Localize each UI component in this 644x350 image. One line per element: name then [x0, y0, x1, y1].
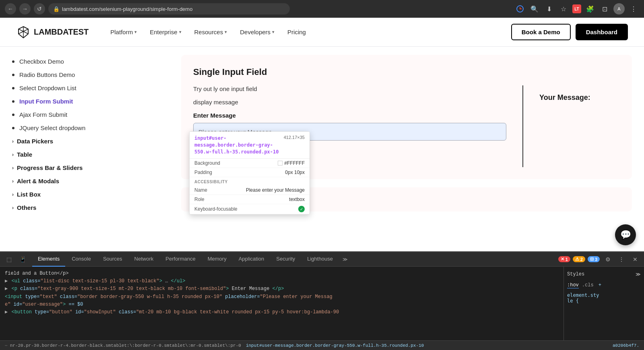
window-icon[interactable]: ⊡: [599, 3, 610, 14]
forward-button[interactable]: →: [19, 3, 31, 14]
download-icon[interactable]: ⬇: [543, 3, 555, 14]
logo-text: LAMBDATEST: [34, 27, 89, 37]
nav-enterprise[interactable]: Enterprise ▾: [144, 25, 187, 39]
vertical-divider: [522, 85, 523, 167]
devtools-tab-network[interactable]: Network: [129, 252, 159, 267]
check-icon: ✓: [298, 206, 305, 212]
navbar-actions: Book a Demo Dashboard: [511, 24, 628, 40]
navbar: LAMBDATEST Platform ▾ Enterprise ▾ Resou…: [0, 18, 644, 47]
expand-arrow[interactable]: ▶: [5, 278, 8, 285]
sidebar-item-input-form[interactable]: Input Form Submit: [12, 95, 157, 108]
book-demo-button[interactable]: Book a Demo: [511, 24, 571, 40]
code-line: ▶ <ul class="list-disc text-size-15 pl-3…: [5, 278, 559, 285]
logo[interactable]: LAMBDATEST: [16, 25, 89, 39]
bookmark-icon[interactable]: ☆: [558, 3, 569, 14]
devtools-tab-security[interactable]: Security: [270, 252, 301, 267]
address-bar[interactable]: 🔒 lambdatest.com/selenium-playground/sim…: [48, 3, 290, 14]
styles-title: Styles: [567, 271, 584, 278]
devtools-more-icon[interactable]: ⋮: [616, 254, 627, 265]
sidebar-item-radio[interactable]: Radio Buttons Demo: [12, 68, 157, 81]
bullet-icon: [12, 74, 14, 76]
sidebar-group-others[interactable]: › Others: [12, 201, 157, 214]
input-description: Try out ly one input field: [193, 85, 506, 92]
devtools-tab-lighthouse[interactable]: Lighthouse: [301, 252, 339, 267]
devtools-tab-memory[interactable]: Memory: [202, 252, 232, 267]
code-line: ▶ <button type="button" id="showInput" c…: [5, 309, 559, 316]
chevron-down-icon: ▾: [134, 29, 137, 35]
sidebar-item-select[interactable]: Select Dropdown List: [12, 81, 157, 95]
devtools-close-icon[interactable]: ✕: [630, 254, 641, 265]
bullet-icon: [12, 87, 14, 89]
style-tab-hov[interactable]: :hov: [567, 282, 579, 288]
devtools-code-panel: field and a Button</p> ▶ <ul class="list…: [0, 267, 564, 340]
bullet-icon: [12, 100, 14, 103]
nav-developers[interactable]: Developers ▾: [234, 25, 280, 39]
inspector-role-row: Role textbox: [190, 195, 310, 204]
inspector-size: 412.17×35: [284, 135, 305, 140]
sidebar-group-table[interactable]: › Table: [12, 148, 157, 161]
sidebar-item-jquery[interactable]: JQuery Select dropdown: [12, 121, 157, 135]
extensions-icon[interactable]: 🧩: [584, 3, 596, 14]
browser-chrome: ← → ↺ 🔒 lambdatest.com/selenium-playgrou…: [0, 0, 644, 18]
sidebar-group-progress[interactable]: › Progress Bar & Sliders: [12, 161, 157, 174]
reload-button[interactable]: ↺: [34, 3, 45, 14]
error-x-icon: ✕: [561, 257, 564, 262]
sidebar-group-listbox[interactable]: › List Box: [12, 188, 157, 201]
more-tabs-button[interactable]: ≫: [339, 257, 351, 262]
devtools-left-icons: ⬚ 📱: [3, 254, 28, 265]
devtools-styles-panel: Styles ≫ :hov .cls + element.style {: [564, 267, 644, 340]
google-icon[interactable]: [514, 3, 526, 14]
styles-tabs: :hov .cls +: [567, 282, 641, 288]
expand-arrow[interactable]: ▶: [5, 285, 8, 293]
sidebar-item-ajax[interactable]: Ajax Form Submit: [12, 108, 157, 121]
chevron-down-icon: ▾: [272, 29, 275, 35]
code-line: <input type="text" class="border border-…: [5, 293, 559, 301]
expand-arrow[interactable]: ▶: [5, 309, 8, 316]
extension-icon[interactable]: LT: [572, 4, 581, 13]
chevron-right-icon: ›: [12, 139, 14, 144]
code-line: ▶ <p class="text-gray-900 text-size-15 m…: [5, 285, 559, 293]
element-picker-icon[interactable]: ⬚: [3, 254, 14, 265]
nav-platform[interactable]: Platform ▾: [105, 25, 142, 39]
output-title: Your Message:: [539, 93, 590, 101]
inspector-background-row: Background #FFFFFF: [190, 159, 310, 168]
add-style-button[interactable]: +: [599, 282, 601, 288]
back-button[interactable]: ←: [5, 3, 16, 14]
devtools-settings-icon[interactable]: ⚙: [602, 254, 613, 265]
inspector-element-name: input#user-message.border.border-gray-55…: [194, 135, 281, 155]
chevron-right-icon: ›: [12, 205, 14, 211]
profile-icon[interactable]: A: [613, 3, 625, 14]
single-input-section: Single Input Field input#user-message.bo…: [181, 55, 632, 179]
style-tab-cls[interactable]: .cls: [582, 282, 594, 288]
nav-resources[interactable]: Resources ▾: [189, 25, 233, 39]
sidebar-group-datepickers[interactable]: › Data Pickers: [12, 135, 157, 148]
more-menu-icon[interactable]: ⋮: [628, 3, 639, 14]
search-icon[interactable]: 🔍: [529, 3, 540, 14]
bottom-element-selector: input#user-message.border.border-gray-55…: [246, 343, 424, 348]
style-content: element.style {: [567, 292, 641, 304]
input-description2: display message: [193, 99, 506, 106]
device-toggle-icon[interactable]: 📱: [17, 254, 28, 265]
info-badge: ⊟ 3: [588, 256, 600, 262]
bottom-hash: a0206b4f7.: [613, 343, 639, 348]
devtools-tab-elements[interactable]: Elements: [32, 252, 65, 267]
chevron-right-icon: ›: [12, 178, 14, 184]
devtools-tab-console[interactable]: Console: [66, 252, 97, 267]
chat-button[interactable]: 💬: [615, 224, 636, 245]
sidebar-group-alerts[interactable]: › Alert & Modals: [12, 174, 157, 188]
warn-triangle-icon: ⚠: [575, 257, 579, 262]
devtools-tab-sources[interactable]: Sources: [97, 252, 128, 267]
code-line: e" id="user-message"> == $0: [5, 301, 559, 309]
sidebar-item-checkbox[interactable]: Checkbox Demo: [12, 55, 157, 68]
nav-pricing[interactable]: Pricing: [282, 25, 312, 39]
info-square-icon: ⊟: [590, 257, 594, 262]
logo-icon: [16, 25, 31, 39]
element-inspector-popup: input#user-message.border.border-gray-55…: [189, 131, 310, 215]
bottom-dots-icon: ⋯: [5, 343, 8, 348]
chevron-right-icon: ›: [12, 152, 14, 157]
bottom-breadcrumb: nr-20.pr-30.border-r-4.border-black.smta…: [10, 343, 241, 348]
chevron-right-icon: ›: [12, 165, 14, 171]
devtools-tab-application[interactable]: Application: [233, 252, 270, 267]
dashboard-button[interactable]: Dashboard: [576, 24, 628, 40]
devtools-tab-performance[interactable]: Performance: [160, 252, 201, 267]
